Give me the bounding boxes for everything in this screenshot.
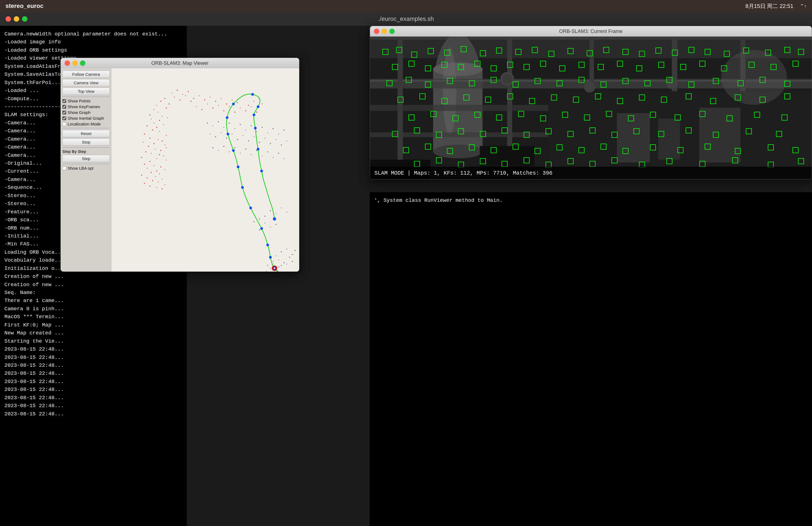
terminal-line: MacOS *** Termin... [4, 313, 183, 321]
svg-point-87 [188, 91, 189, 92]
svg-point-2 [156, 105, 157, 106]
svg-point-19 [144, 133, 145, 135]
close-btn[interactable] [5, 16, 11, 22]
svg-point-52 [158, 181, 159, 182]
terminal-line: 2023-08-15 22:48... [4, 402, 183, 410]
svg-point-90 [185, 95, 186, 96]
map-viewer-minimize-btn[interactable] [72, 60, 78, 66]
svg-point-136 [270, 210, 271, 211]
show-keyframes-checkbox[interactable] [62, 105, 66, 109]
svg-point-80 [245, 110, 246, 111]
svg-point-6 [158, 112, 159, 112]
svg-point-36 [156, 159, 157, 159]
svg-point-113 [243, 135, 243, 136]
svg-point-168 [241, 186, 244, 189]
svg-point-5 [166, 108, 167, 109]
stop-button[interactable]: Stop [62, 138, 110, 146]
svg-point-30 [166, 147, 167, 148]
svg-point-144 [275, 224, 276, 225]
svg-point-85 [177, 90, 178, 91]
svg-point-79 [240, 108, 241, 108]
svg-point-119 [276, 139, 276, 140]
localization-mode-checkbox[interactable] [62, 122, 66, 126]
svg-point-9 [169, 104, 170, 105]
svg-point-126 [234, 147, 235, 148]
svg-point-157 [292, 261, 293, 262]
svg-point-43 [156, 170, 157, 171]
svg-point-129 [251, 154, 252, 155]
show-points-checkbox[interactable] [62, 99, 66, 103]
svg-point-53 [144, 183, 145, 184]
terminal-line: 2023-08-15 22:48... [4, 410, 183, 418]
svg-point-134 [278, 153, 279, 154]
svg-point-105 [278, 134, 279, 135]
svg-point-110 [226, 137, 227, 139]
minimize-btn[interactable] [14, 16, 19, 22]
svg-point-156 [273, 261, 274, 262]
svg-point-41 [160, 166, 161, 167]
svg-point-14 [163, 124, 164, 125]
svg-point-59 [199, 95, 200, 96]
svg-point-170 [260, 227, 263, 230]
svg-point-117 [264, 138, 265, 139]
svg-point-75 [218, 105, 219, 106]
svg-point-101 [256, 131, 257, 132]
current-frame-title: ORB-SLAM3: Current Frame [559, 29, 622, 34]
svg-point-47 [141, 175, 142, 176]
svg-point-55 [149, 185, 150, 187]
show-lba-opt-checkbox[interactable] [62, 166, 66, 170]
current-frame-body: SLAM MODE | Maps: 1, KFs: 112, MPs: 7710… [370, 36, 812, 179]
terminal-line: New Map created ... [4, 329, 183, 337]
svg-point-60 [204, 100, 205, 101]
terminal-line: Camera 0 is pinh... [4, 305, 183, 313]
camera-view-button[interactable]: Camera View [62, 79, 110, 87]
svg-point-123 [218, 150, 219, 151]
svg-point-182 [270, 268, 271, 269]
svg-point-132 [267, 151, 268, 152]
svg-point-33 [159, 154, 160, 155]
svg-point-64 [226, 104, 227, 105]
show-lba-opt-label: Show LBA opt [68, 166, 93, 170]
terminal-line: Seq. Name: [4, 289, 183, 297]
svg-point-184 [266, 270, 267, 271]
svg-point-103 [267, 132, 268, 133]
terminal-title: ./euroc_examples.sh [378, 15, 434, 22]
svg-point-49 [147, 177, 148, 178]
terminal-line: Creation of new ... [4, 281, 183, 289]
svg-point-71 [196, 106, 197, 107]
terminal-line: 2023-08-15 22:48... [4, 394, 183, 402]
show-inertial-graph-checkbox[interactable] [62, 116, 66, 120]
svg-point-8 [162, 116, 163, 117]
svg-point-10 [151, 119, 151, 119]
svg-point-213 [721, 50, 787, 105]
svg-point-174 [260, 170, 263, 172]
frame-maximize-btn[interactable] [389, 29, 395, 34]
svg-rect-0 [112, 69, 299, 271]
map-viewer-maximize-btn[interactable] [80, 60, 85, 66]
svg-point-194 [433, 145, 483, 159]
svg-point-121 [287, 140, 287, 141]
svg-point-82 [256, 112, 257, 113]
svg-point-65 [232, 100, 232, 100]
svg-point-38 [166, 160, 167, 161]
current-frame-window-controls [374, 29, 395, 34]
map-viewer-title: ORB-SLAM3: Map Viewer [151, 60, 209, 66]
maximize-btn[interactable] [22, 16, 28, 22]
svg-point-212 [666, 77, 678, 89]
svg-point-12 [154, 123, 154, 123]
frame-minimize-btn[interactable] [381, 29, 387, 34]
top-view-button[interactable]: Top View [62, 88, 110, 95]
follow-camera-button[interactable]: Follow Camera [62, 71, 110, 78]
svg-point-42 [147, 168, 147, 169]
map-viewer-close-btn[interactable] [64, 60, 70, 66]
frame-close-btn[interactable] [374, 29, 379, 34]
reset-button[interactable]: Reset [62, 130, 110, 137]
step-button[interactable]: Step [62, 155, 110, 162]
svg-point-145 [270, 227, 271, 228]
show-points-row: Show Points [62, 99, 110, 103]
svg-point-92 [207, 123, 208, 124]
show-graph-checkbox[interactable] [62, 111, 66, 115]
svg-point-142 [253, 221, 255, 222]
svg-point-44 [164, 169, 165, 170]
svg-point-180 [273, 264, 274, 265]
